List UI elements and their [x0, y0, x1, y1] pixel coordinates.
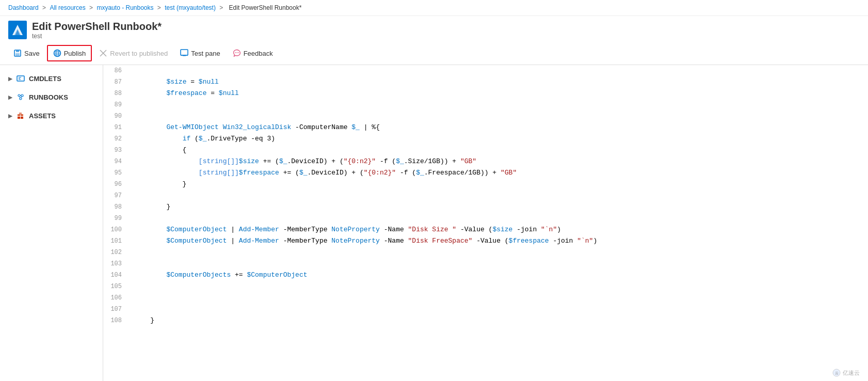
table-row: 106	[103, 292, 868, 304]
table-row: 91 Get-WMIObject Win32_LogicalDisk -Comp…	[103, 122, 868, 133]
watermark-text: 亿速云	[843, 369, 860, 377]
main-layout: ▶ CMDLETS ▶	[0, 65, 868, 381]
assets-label: ASSETS	[29, 112, 56, 120]
code-content: Get-WMIObject Win32_LogicalDisk -Compute…	[130, 122, 868, 133]
revert-label: Revert to published	[110, 50, 168, 57]
line-number: 103	[103, 258, 130, 269]
table-row: 95 [string[]]$freespace += ($_.DeviceID)…	[103, 167, 868, 179]
code-content	[130, 258, 868, 269]
table-row: 87 $size = $null	[103, 76, 868, 88]
runbooks-icon	[17, 93, 25, 101]
table-row: 103	[103, 258, 868, 269]
table-row: 96 }	[103, 179, 868, 190]
line-number: 100	[103, 224, 130, 235]
code-content	[130, 281, 868, 292]
publish-icon	[53, 49, 61, 57]
svg-rect-30	[21, 117, 23, 119]
line-number: 108	[103, 315, 130, 326]
line-number: 88	[103, 88, 130, 99]
table-row: 99	[103, 213, 868, 224]
table-row: 89	[103, 99, 868, 110]
table-row: 100 $ComputerObject | Add-Member -Member…	[103, 224, 868, 235]
code-content	[130, 304, 868, 315]
azure-logo-icon	[8, 21, 27, 39]
code-content: if ($_.DriveType -eq 3)	[130, 133, 868, 145]
code-content	[130, 99, 868, 110]
code-content: }	[130, 201, 868, 213]
page-subtitle: test	[32, 33, 162, 40]
svg-rect-33	[19, 113, 22, 115]
table-row: 97	[103, 190, 868, 201]
sidebar-item-assets[interactable]: ▶ ASSETS	[0, 106, 103, 125]
table-row: 102	[103, 247, 868, 258]
code-content: $ComputerObjects += $ComputerObject	[130, 269, 868, 281]
line-number: 91	[103, 122, 130, 133]
line-number: 102	[103, 247, 130, 258]
table-row: 94 [string[]]$size += ($_.DeviceID) + ("…	[103, 156, 868, 167]
table-row: 88 $freespace = $null	[103, 88, 868, 99]
table-row: 105	[103, 281, 868, 292]
publish-button[interactable]: Publish	[47, 45, 92, 61]
svg-point-23	[18, 94, 20, 97]
testpane-icon	[180, 49, 188, 57]
line-number: 89	[103, 99, 130, 110]
table-row: 90	[103, 110, 868, 122]
line-number: 96	[103, 179, 130, 190]
revert-button[interactable]: Revert to published	[94, 46, 173, 60]
watermark-icon: 云	[832, 369, 841, 377]
code-content	[130, 110, 868, 122]
sidebar-item-cmdlets[interactable]: ▶ CMDLETS	[0, 69, 103, 88]
feedback-icon	[233, 49, 241, 57]
code-content: $ComputerObject | Add-Member -MemberType…	[130, 224, 868, 235]
assets-expand-icon: ▶	[8, 113, 12, 119]
table-row: 86	[103, 65, 868, 76]
line-number: 98	[103, 201, 130, 213]
breadcrumb-test[interactable]: test (mxyauto/test)	[165, 4, 216, 11]
cmdlets-expand-icon: ▶	[8, 76, 12, 82]
sidebar: ▶ CMDLETS ▶	[0, 65, 103, 381]
save-label: Save	[24, 50, 40, 57]
code-content	[130, 65, 868, 76]
line-number: 86	[103, 65, 130, 76]
breadcrumb-dashboard[interactable]: Dashboard	[8, 4, 39, 11]
save-button[interactable]: Save	[8, 46, 45, 60]
line-number: 107	[103, 304, 130, 315]
code-content	[130, 247, 868, 258]
table-row: 98 }	[103, 201, 868, 213]
watermark: 云 亿速云	[832, 369, 860, 377]
breadcrumb-all-resources[interactable]: All resources	[50, 4, 85, 11]
page-title: Edit PowerShell Runbook*	[32, 20, 162, 33]
sidebar-item-runbooks[interactable]: ▶ RUNBOOKS	[0, 88, 103, 106]
feedback-button[interactable]: Feedback	[228, 46, 278, 60]
breadcrumb: Dashboard > All resources > mxyauto - Ru…	[0, 0, 868, 16]
testpane-button[interactable]: Test pane	[175, 46, 225, 60]
code-table: 86 87 $size = $null88 $freespace = $null…	[103, 65, 868, 326]
code-content	[130, 213, 868, 224]
feedback-label: Feedback	[244, 50, 273, 57]
svg-rect-13	[181, 50, 188, 55]
line-number: 106	[103, 292, 130, 304]
page-title-block: Edit PowerShell Runbook* test	[32, 20, 162, 40]
breadcrumb-runbooks[interactable]: mxyauto - Runbooks	[97, 4, 153, 11]
code-editor[interactable]: 86 87 $size = $null88 $freespace = $null…	[103, 65, 868, 381]
cmdlets-icon	[17, 74, 25, 83]
code-content	[130, 190, 868, 201]
revert-icon	[99, 49, 107, 57]
svg-rect-4	[16, 50, 19, 52]
code-content: $ComputerObject | Add-Member -MemberType…	[130, 235, 868, 247]
svg-rect-5	[15, 53, 20, 56]
publish-label: Publish	[64, 50, 86, 57]
line-number: 93	[103, 145, 130, 156]
breadcrumb-current: Edit PowerShell Runbook*	[229, 4, 302, 11]
svg-text:云: 云	[835, 371, 839, 375]
code-content: $freespace = $null	[130, 88, 868, 99]
table-row: 101 $ComputerObject | Add-Member -Member…	[103, 235, 868, 247]
line-number: 105	[103, 281, 130, 292]
save-icon	[13, 49, 22, 57]
runbooks-expand-icon: ▶	[8, 94, 12, 100]
svg-line-27	[20, 97, 20, 98]
line-number: 101	[103, 235, 130, 247]
testpane-label: Test pane	[191, 50, 220, 57]
page-header: Edit PowerShell Runbook* test	[0, 16, 868, 42]
line-number: 94	[103, 156, 130, 167]
